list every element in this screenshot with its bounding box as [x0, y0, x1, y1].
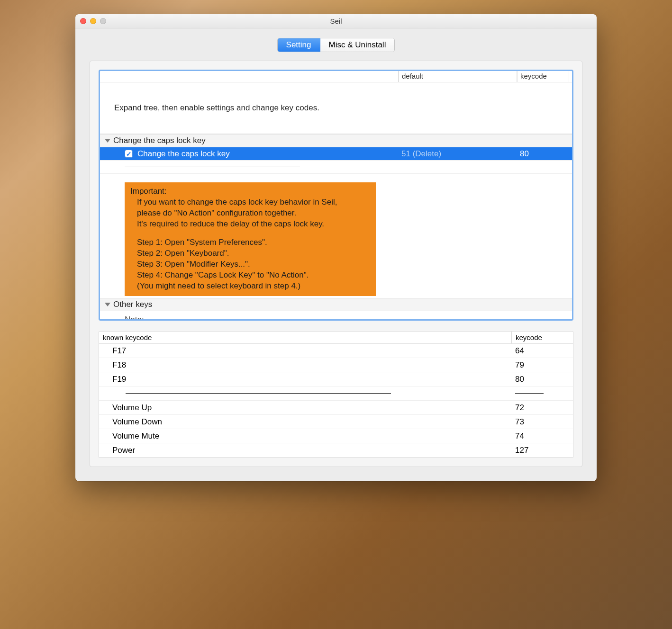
segmented-control: Setting Misc & Uninstall — [277, 38, 395, 52]
important-step: Step 1: Open "System Preferences". — [130, 237, 370, 248]
important-line: It's required to reduce the delay of the… — [130, 219, 370, 230]
keycode-header: known keycode keycode — [99, 332, 573, 344]
tab-setting[interactable]: Setting — [278, 38, 320, 52]
keycode-row[interactable]: Power127 — [99, 443, 573, 458]
group-capslock[interactable]: Change the caps lock key — [100, 134, 572, 147]
keycode-value: 74 — [511, 430, 573, 442]
keycode-name: F17 — [99, 345, 511, 357]
keycode-name: Volume Mute — [99, 430, 511, 442]
tree-body[interactable]: Expand tree, then enable settings and ch… — [100, 82, 572, 319]
group-other-keys[interactable]: Other keys — [100, 298, 572, 311]
keycode-row — [99, 386, 573, 401]
kc-header-code[interactable]: keycode — [511, 332, 573, 343]
titlebar[interactable]: Seil — [75, 14, 597, 28]
keycode-name: F18 — [99, 359, 511, 371]
keycode-rows: F1764F1879F1980Volume Up72Volume Down73V… — [99, 344, 573, 458]
checkbox-change-capslock[interactable] — [125, 150, 133, 158]
important-note: Important: If you want to change the cap… — [125, 182, 376, 296]
zoom-button[interactable] — [100, 18, 106, 24]
col-header-name[interactable] — [100, 71, 399, 82]
keycode-row[interactable]: Volume Up72 — [99, 401, 573, 415]
keycode-name: F19 — [99, 373, 511, 386]
tab-misc-uninstall[interactable]: Misc & Uninstall — [320, 38, 395, 52]
keycode-value: 64 — [511, 345, 573, 357]
close-button[interactable] — [80, 18, 86, 24]
keycode-row[interactable]: F1764 — [99, 344, 573, 358]
keycode-value: 73 — [511, 416, 573, 428]
important-line: If you want to change the caps lock key … — [130, 197, 370, 208]
col-header-default[interactable]: default — [399, 71, 517, 82]
window-body: Setting Misc & Uninstall default keycode… — [75, 28, 597, 481]
important-note-wrapper: Important: If you want to change the cap… — [100, 174, 572, 298]
disclosure-triangle-icon[interactable] — [105, 139, 110, 143]
important-line: please do "No Action" configuration toge… — [130, 208, 370, 219]
keycode-row[interactable]: F1879 — [99, 358, 573, 372]
keycode-name: Volume Up — [99, 402, 511, 414]
separator-row — [100, 161, 572, 174]
keycode-value: 72 — [511, 402, 573, 414]
content-box: default keycode Expand tree, then enable… — [90, 61, 582, 467]
keycode-value: 127 — [511, 444, 573, 457]
important-step: Step 3: Open "Modifier Keys...". — [130, 259, 370, 270]
row-keycode[interactable]: 80 — [517, 149, 569, 159]
keycode-table[interactable]: known keycode keycode F1764F1879F1980Vol… — [99, 331, 573, 458]
trailing-note: Note: — [100, 311, 572, 319]
traffic-lights — [80, 18, 106, 24]
keycode-name: Volume Down — [99, 416, 511, 428]
tree-intro: Expand tree, then enable settings and ch… — [100, 82, 572, 134]
col-header-keycode[interactable]: keycode — [517, 71, 569, 82]
important-footnote: (You might need to select keyboard in st… — [130, 281, 370, 292]
row-label: Change the caps lock key — [137, 149, 230, 159]
tabbar: Setting Misc & Uninstall — [90, 38, 582, 52]
separator-line — [126, 393, 391, 394]
important-title: Important: — [130, 186, 370, 197]
tree-header: default keycode — [100, 71, 572, 82]
row-change-capslock[interactable]: Change the caps lock key 51 (Delete) 80 — [100, 147, 572, 161]
settings-tree[interactable]: default keycode Expand tree, then enable… — [99, 70, 573, 321]
keycode-row[interactable]: Volume Down73 — [99, 415, 573, 429]
minimize-button[interactable] — [90, 18, 96, 24]
window-title: Seil — [330, 17, 342, 25]
keycode-value: 80 — [511, 373, 573, 386]
group-label: Other keys — [113, 300, 152, 309]
keycode-value: 79 — [511, 359, 573, 371]
group-label: Change the caps lock key — [113, 136, 206, 145]
kc-header-name[interactable]: known keycode — [99, 332, 511, 343]
keycode-row[interactable]: F1980 — [99, 372, 573, 386]
keycode-name: Power — [99, 444, 511, 457]
disclosure-triangle-icon[interactable] — [105, 303, 110, 306]
important-step: Step 4: Change "Caps Lock Key" to "No Ac… — [130, 270, 370, 281]
important-step: Step 2: Open "Keyboard". — [130, 248, 370, 259]
keycode-row[interactable]: Volume Mute74 — [99, 429, 573, 443]
separator-line — [515, 393, 544, 394]
row-default: 51 (Delete) — [399, 149, 517, 159]
separator-line — [125, 167, 300, 167]
app-window: Seil Setting Misc & Uninstall default ke… — [75, 14, 597, 481]
